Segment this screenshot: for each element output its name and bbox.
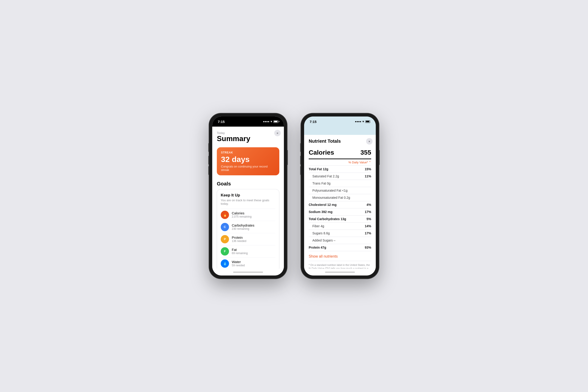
summary-header: Today Summary — [212, 126, 284, 146]
screen-content-2[interactable]: × Nutrient Totals Calories 355 % Daily V… — [304, 135, 376, 268]
nutrient-detail-wrapper: Nutrient Totals Calories 355 % Daily Val… — [304, 135, 376, 268]
nutrient-row-protein: Protein 47g 93% — [309, 244, 371, 251]
home-bar — [233, 272, 263, 273]
wifi-icon-2: ▾ — [362, 120, 364, 123]
show-all-nutrients-link[interactable]: Show all nutrients — [309, 251, 371, 261]
home-bar-2 — [325, 272, 355, 273]
nutrient-value: 14% — [365, 224, 371, 228]
nutrient-row-cholesterol: Cholesterol 12 mg 4% — [309, 201, 371, 208]
dv-text: % Daily Value* — [348, 160, 368, 164]
nutrient-label: Trans Fat 0g — [309, 182, 331, 185]
calories-name: Calories — [232, 211, 251, 215]
nutrient-label: Sugars 8.6g — [309, 232, 330, 235]
streak-days: 32 days — [221, 155, 275, 164]
nutrient-value: 93% — [365, 246, 371, 249]
signal-dot — [360, 121, 361, 122]
signal-dot — [358, 121, 359, 122]
close-button-2[interactable]: × — [366, 138, 373, 144]
nutrient-footnote: * On a standard nutrition label in the U… — [309, 261, 371, 268]
nutrient-value: 15% — [365, 167, 371, 171]
phones-container: 7:15 ▾ × Toda — [209, 113, 379, 279]
fat-info: Fat 69 remaining — [232, 248, 248, 255]
nutrient-row-sodium: Sodium 392 mg 17% — [309, 208, 371, 216]
phone2-top-area — [304, 126, 376, 135]
nutrient-main-label: Calories — [309, 149, 334, 156]
phone-2: 7:15 ▾ × — [301, 113, 379, 279]
carbs-info: Carbohydrates 230 remaining — [232, 223, 254, 230]
phone-1-screen: 7:15 ▾ × Toda — [212, 116, 284, 276]
carbs-name: Carbohydrates — [232, 223, 254, 227]
nutrient-row-sat-fat: Saturated Fat 2.2g 11% — [309, 173, 371, 180]
nutrient-label: Fiber 4g — [309, 224, 324, 228]
nutrient-label: Added Sugars – — [309, 238, 335, 242]
signal-dot — [357, 121, 358, 122]
nutrient-row-added-sugars: Added Sugars – — [309, 237, 371, 244]
phone-1: 7:15 ▾ × Toda — [209, 113, 287, 279]
battery-fill-2 — [366, 121, 369, 122]
nutrient-value: 17% — [365, 210, 371, 214]
goal-item-fat[interactable]: F Fat 69 remaining — [221, 245, 275, 257]
today-label: Today — [217, 131, 279, 135]
status-icons-2: ▾ — [355, 120, 370, 123]
nutrient-row-total-fat: Total Fat 12g 15% — [309, 166, 371, 173]
nutrient-row-trans-fat: Trans Fat 0g — [309, 180, 371, 187]
nutrient-row-sugars: Sugars 8.6g 17% — [309, 230, 371, 237]
screen-content-1[interactable]: × Today Summary Streak 32 days Congrats … — [212, 126, 284, 268]
time-2: 7:15 — [310, 120, 317, 124]
nutrient-label: Polyunsaturated Fat <1g — [309, 189, 348, 192]
nutrient-label: Monounsaturated Fat 0.2g — [309, 196, 350, 200]
nutrient-label: Sodium 392 mg — [309, 210, 332, 214]
carbs-detail: 230 remaining — [232, 227, 254, 230]
nutrient-label: Protein 47g — [309, 246, 326, 249]
streak-label: Streak — [221, 151, 275, 154]
signal-icon-2 — [355, 121, 361, 122]
nutrient-label: Saturated Fat 2.2g — [309, 174, 339, 178]
signal-icon — [263, 121, 269, 122]
nutrient-main-row: Calories 355 — [309, 146, 371, 159]
nutrient-row-total-carbs: Total Carbohydrates 13g 5% — [309, 216, 371, 223]
goals-card: Keep It Up You are on track to meet thes… — [217, 189, 279, 268]
goal-item-carbs[interactable]: C Carbohydrates 230 remaining — [221, 221, 275, 233]
signal-dot — [265, 121, 266, 122]
wifi-icon: ▾ — [271, 120, 272, 123]
fat-icon: F — [221, 247, 229, 256]
status-icons-1: ▾ — [263, 120, 278, 123]
goal-item-protein[interactable]: P Protein 136 needed — [221, 233, 275, 245]
dv-arrow: ⌃ — [369, 160, 371, 164]
nutrient-value: 17% — [365, 232, 371, 235]
goals-section-title: Goals — [212, 179, 284, 189]
home-indicator-2 — [304, 268, 376, 276]
battery-icon-2 — [365, 120, 370, 123]
streak-card[interactable]: Streak 32 days Congrats on continuing yo… — [217, 147, 279, 175]
carbs-icon: C — [221, 223, 229, 231]
status-bar-2: 7:15 ▾ — [304, 116, 376, 126]
fat-detail: 69 remaining — [232, 252, 248, 255]
signal-dot — [266, 121, 268, 122]
time-1: 7:15 — [218, 120, 225, 124]
nutrient-label: Total Carbohydrates 13g — [309, 217, 346, 221]
nutrient-row-poly-fat: Polyunsaturated Fat <1g — [309, 187, 371, 194]
home-indicator-1 — [212, 268, 284, 276]
dv-row[interactable]: % Daily Value* ⌃ — [309, 159, 371, 166]
protein-detail: 136 needed — [232, 240, 246, 243]
signal-dot — [263, 121, 264, 122]
goal-item-calories[interactable]: 🔥 Calories 2,075 remaining — [221, 209, 275, 221]
nutrient-label: Total Fat 12g — [309, 167, 328, 171]
nutrient-value: 4% — [367, 203, 371, 206]
calories-icon: 🔥 — [221, 211, 229, 219]
nutrient-main-value: 355 — [360, 149, 371, 156]
close-button-1[interactable]: × — [274, 130, 281, 136]
status-bar-1: 7:15 ▾ — [212, 116, 284, 126]
battery-icon — [273, 120, 278, 123]
phone-2-screen: 7:15 ▾ × — [304, 116, 376, 276]
water-info: Water 59 needed — [232, 260, 245, 267]
nutrient-detail-title: Nutrient Totals — [309, 138, 371, 144]
calories-info: Calories 2,075 remaining — [232, 211, 251, 218]
water-detail: 59 needed — [232, 264, 245, 267]
water-icon: 💧 — [221, 260, 229, 268]
protein-name: Protein — [232, 236, 246, 240]
battery-fill — [274, 121, 277, 122]
signal-dot — [268, 121, 269, 122]
fat-name: Fat — [232, 248, 248, 252]
goal-item-water[interactable]: 💧 Water 59 needed — [221, 257, 275, 268]
